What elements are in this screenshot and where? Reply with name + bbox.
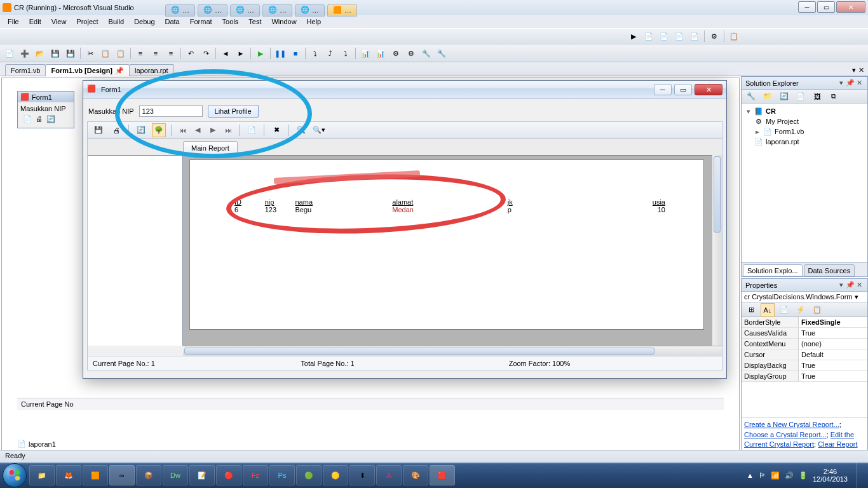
refresh-icon[interactable]: 🔄 bbox=[777, 90, 791, 104]
refresh-icon[interactable]: 🔄 bbox=[134, 123, 148, 137]
maximize-button[interactable]: ▭ bbox=[674, 84, 692, 95]
tree-item-form1[interactable]: ▸📄Form1.vb bbox=[745, 126, 864, 137]
runtime-title-bar[interactable]: 🟥 Form1 ─ ▭ ✕ bbox=[83, 81, 726, 98]
categorized-icon[interactable]: ⊞ bbox=[744, 303, 758, 317]
scroll-thumb[interactable] bbox=[714, 156, 721, 233]
menu-help[interactable]: Help bbox=[302, 17, 327, 27]
panel-close-icon[interactable]: ✕ bbox=[855, 79, 864, 87]
toolbar-icon[interactable]: ⚙ bbox=[389, 46, 403, 60]
last-page-icon[interactable]: ⏭ bbox=[222, 126, 234, 134]
main-report-tab[interactable]: Main Report bbox=[183, 141, 238, 155]
step-icon[interactable]: ⤵ bbox=[339, 46, 353, 60]
menu-data[interactable]: Data bbox=[160, 17, 185, 27]
redo-icon[interactable]: ↷ bbox=[199, 46, 213, 60]
taskbar-paint[interactable]: 🎨 bbox=[403, 465, 428, 485]
find-icon[interactable]: 🔍 bbox=[294, 123, 308, 137]
taskbar-visual-studio[interactable]: ∞ bbox=[109, 465, 135, 485]
step-icon[interactable]: ⤴ bbox=[323, 46, 337, 60]
form-preview[interactable]: 🟥Form1 Masukkan NIP 📄 🖨 🔄 bbox=[17, 91, 74, 128]
start-button[interactable] bbox=[3, 463, 27, 487]
os-maximize-button[interactable]: ▭ bbox=[817, 1, 835, 13]
show-all-icon[interactable]: 📁 bbox=[761, 90, 775, 104]
os-close-button[interactable]: ✕ bbox=[836, 1, 865, 13]
toolbar-icon[interactable]: 📄 bbox=[672, 29, 686, 43]
tab-laporan-rpt[interactable]: laporan.rpt bbox=[129, 64, 174, 76]
tab-form1-vb[interactable]: Form1.vb bbox=[5, 64, 46, 76]
taskbar-flash[interactable]: 🔴 bbox=[216, 465, 241, 485]
prop-row[interactable]: DisplayBackgTrue bbox=[742, 360, 867, 371]
toggle-tree-icon[interactable]: 🌳 bbox=[152, 123, 166, 137]
minimize-button[interactable]: ─ bbox=[654, 84, 672, 95]
tree-item-myproject[interactable]: ⚙My Project bbox=[745, 116, 864, 126]
panel-dropdown-icon[interactable]: ▾ bbox=[837, 79, 846, 87]
taskbar-xampp[interactable]: 🟧 bbox=[83, 465, 108, 485]
first-page-icon[interactable]: ⏮ bbox=[177, 126, 188, 134]
toolbar-icon[interactable]: ⧉ bbox=[827, 90, 841, 104]
properties-object[interactable]: cr CrystalDecisions.Windows.Form ▾ bbox=[742, 292, 867, 303]
toolbar-icon[interactable]: ▶ bbox=[627, 29, 641, 43]
taskbar-access[interactable]: A bbox=[376, 465, 402, 485]
prop-row[interactable]: DisplayGroupTrue bbox=[742, 371, 867, 382]
properties-icon[interactable]: 🔧 bbox=[744, 90, 758, 104]
menu-view[interactable]: View bbox=[46, 17, 72, 27]
taskbar-notepadpp[interactable]: 📝 bbox=[189, 465, 215, 485]
tray-icon[interactable]: ▲ bbox=[747, 471, 754, 479]
stop-icon[interactable]: ■ bbox=[288, 46, 302, 60]
cr-page-area[interactable]: ID6 nip123 namaBegu alamatMedan jkp usia… bbox=[183, 155, 712, 346]
scroll-thumb[interactable] bbox=[184, 348, 654, 355]
tray-volume-icon[interactable]: 🔊 bbox=[785, 471, 794, 480]
menu-file[interactable]: File bbox=[3, 17, 24, 27]
prop-row[interactable]: CursorDefault bbox=[742, 349, 867, 360]
taskbar-firefox[interactable]: 🦊 bbox=[56, 465, 81, 485]
nav-back-icon[interactable]: ◄ bbox=[219, 46, 233, 60]
goto-icon[interactable]: 📄 bbox=[245, 123, 259, 137]
print-icon[interactable]: 🖨 bbox=[109, 123, 123, 137]
alphabetical-icon[interactable]: A↓ bbox=[761, 303, 775, 317]
tab-form1-design[interactable]: Form1.vb [Design]📌 bbox=[45, 64, 130, 76]
laporan-component[interactable]: 📄 laporan1 bbox=[17, 440, 56, 448]
taskbar-dreamweaver[interactable]: Dw bbox=[163, 465, 188, 485]
prev-page-icon[interactable]: ◀ bbox=[192, 126, 203, 134]
vertical-scrollbar[interactable] bbox=[712, 155, 722, 346]
start-debug-icon[interactable]: ▶ bbox=[254, 46, 268, 60]
menu-test[interactable]: Test bbox=[243, 17, 266, 27]
align-icon[interactable]: ≡ bbox=[164, 46, 178, 60]
align-icon[interactable]: ≡ bbox=[149, 46, 163, 60]
tray-battery-icon[interactable]: 🔋 bbox=[799, 471, 808, 480]
link-choose-report[interactable]: Choose a Crystal Report... bbox=[744, 431, 827, 438]
toolbar-icon[interactable]: 📊 bbox=[374, 46, 388, 60]
tray-flag-icon[interactable]: 🏳 bbox=[759, 471, 766, 479]
events-icon[interactable]: ⚡ bbox=[794, 303, 808, 317]
taskbar-app[interactable]: 🟢 bbox=[296, 465, 322, 485]
save-icon[interactable]: 💾 bbox=[48, 46, 62, 60]
prop-row[interactable]: ContextMenu(none) bbox=[742, 339, 867, 349]
toolbar-icon[interactable]: ⚙ bbox=[404, 46, 418, 60]
tab-dropdown-icon[interactable]: ▾ bbox=[852, 66, 856, 74]
tab-data-sources[interactable]: Data Sources bbox=[804, 264, 855, 276]
prop-row[interactable]: BorderStyleFixedSingle bbox=[742, 317, 867, 328]
property-pages-icon[interactable]: 📋 bbox=[810, 303, 824, 317]
new-project-icon[interactable]: 📄 bbox=[3, 46, 17, 60]
view-designer-icon[interactable]: 🖼 bbox=[810, 90, 824, 104]
cr-group-tree[interactable] bbox=[88, 155, 183, 346]
step-icon[interactable]: ⤵ bbox=[308, 46, 322, 60]
menu-window[interactable]: Window bbox=[266, 17, 301, 27]
export-icon[interactable]: 💾 bbox=[92, 123, 105, 137]
panel-close-icon[interactable]: ✕ bbox=[855, 281, 864, 289]
prop-row[interactable]: CausesValidaTrue bbox=[742, 328, 867, 339]
save-all-icon[interactable]: 💾 bbox=[64, 46, 78, 60]
panel-dropdown-icon[interactable]: ▾ bbox=[837, 281, 846, 289]
nav-fwd-icon[interactable]: ► bbox=[234, 46, 248, 60]
align-icon[interactable]: ≡ bbox=[133, 46, 147, 60]
toolbar-icon[interactable]: 📄 bbox=[642, 29, 656, 43]
menu-project[interactable]: Project bbox=[71, 17, 103, 27]
add-item-icon[interactable]: ➕ bbox=[18, 46, 32, 60]
menu-build[interactable]: Build bbox=[104, 17, 129, 27]
tree-item-laporan[interactable]: 📄laporan.rpt bbox=[745, 137, 864, 147]
menu-tools[interactable]: Tools bbox=[217, 17, 244, 27]
taskbar-app[interactable]: ⬇ bbox=[349, 465, 375, 485]
toolbar-icon[interactable]: 🔧 bbox=[419, 46, 433, 60]
lihat-profile-button[interactable]: Lihat Profile bbox=[208, 105, 259, 118]
tab-solution-explorer[interactable]: Solution Explo... bbox=[743, 264, 803, 276]
tree-root[interactable]: ▾📘CR bbox=[745, 106, 864, 116]
